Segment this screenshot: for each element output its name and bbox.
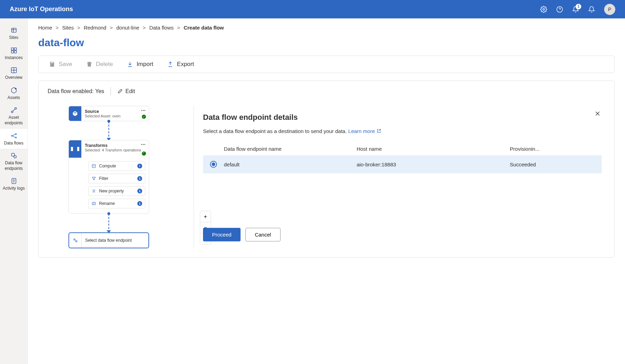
svg-rect-7 <box>14 48 16 50</box>
export-button[interactable]: Export <box>167 61 194 68</box>
app-header: Azure IoT Operations 1 P <box>0 0 625 18</box>
col-name: Data flow endpoint name <box>224 146 357 152</box>
sidebar-item-label: Data flows <box>4 141 23 146</box>
edit-button[interactable]: Edit <box>117 88 135 94</box>
breadcrumb: Home> Sites> Redmond> donut-line> Data f… <box>38 25 615 31</box>
learn-more-link[interactable]: Learn more <box>348 128 381 134</box>
table-row[interactable]: default aio-broker:18883 Succeeded <box>203 155 602 173</box>
source-subtitle: Selected Asset: oven <box>85 114 145 118</box>
app-title: Azure IoT Operations <box>10 6 540 13</box>
op-filter[interactable]: Filter 1 <box>88 174 145 183</box>
close-icon[interactable] <box>593 109 602 118</box>
details-panel: Data flow endpoint details Select a data… <box>194 106 605 248</box>
sidebar-item-data-flow-endpoints[interactable]: Data flow endpoints <box>0 149 27 174</box>
sidebar-item-sites[interactable]: Sites <box>0 23 27 43</box>
import-button[interactable]: Import <box>127 61 153 68</box>
svg-point-18 <box>15 137 16 138</box>
alert-count-badge: 1 <box>576 4 581 9</box>
save-label: Save <box>59 61 72 68</box>
flow-canvas: Source Selected Asset: oven ⋯ <box>48 106 194 248</box>
svg-rect-3 <box>11 28 16 32</box>
flow-header: Data flow enabled: Yes Edit <box>48 87 605 96</box>
source-node[interactable]: Source Selected Asset: oven ⋯ <box>68 106 149 121</box>
row-host: aio-broker:18883 <box>357 162 510 167</box>
svg-point-33 <box>74 239 75 240</box>
panel-description: Select a data flow endpoint as a destina… <box>203 128 602 134</box>
more-icon[interactable]: ⋯ <box>141 142 146 147</box>
transforms-node[interactable]: Transforms Selected: 4 Transform operati… <box>68 140 149 214</box>
svg-rect-27 <box>92 164 95 167</box>
main-content: Home> Sites> Redmond> donut-line> Data f… <box>28 18 625 364</box>
op-badge: i <box>137 164 142 168</box>
settings-icon[interactable] <box>540 6 547 13</box>
svg-point-34 <box>75 241 77 242</box>
sidebar-item-overview[interactable]: Overview <box>0 63 27 83</box>
check-icon <box>142 151 146 156</box>
cancel-button[interactable]: Cancel <box>245 228 281 241</box>
svg-point-17 <box>15 133 16 134</box>
breadcrumb-item[interactable]: Redmond <box>84 25 106 31</box>
more-icon[interactable]: ⋯ <box>141 108 146 113</box>
destination-label: Select data flow endpoint <box>82 233 135 248</box>
breadcrumb-item[interactable]: donut-line <box>116 25 139 31</box>
sidebar-item-asset-endpoints[interactable]: Asset endpoints <box>0 103 27 129</box>
svg-point-1 <box>557 6 563 12</box>
op-label: Compute <box>99 164 116 168</box>
endpoints-table: Data flow endpoint name Host name Provis… <box>203 142 602 173</box>
sidebar-item-label: Instances <box>5 55 23 61</box>
col-state: Provisionin... <box>510 146 602 152</box>
toolbar: Save Delete Import Export <box>38 56 615 73</box>
check-icon <box>142 115 146 119</box>
sidebar-item-label: Activity logs <box>3 186 25 191</box>
page-title: data-flow <box>38 37 615 49</box>
op-rename[interactable]: Rename 1 <box>88 199 145 208</box>
op-compute[interactable]: Compute i <box>88 161 145 171</box>
sidebar-item-instances[interactable]: Instances <box>0 43 27 64</box>
row-name: default <box>224 162 357 167</box>
op-label: Rename <box>99 201 115 206</box>
op-label: New property <box>99 189 124 193</box>
transforms-title: Transforms <box>85 143 145 148</box>
svg-rect-26 <box>77 147 79 151</box>
op-label: Filter <box>99 176 108 181</box>
import-label: Import <box>137 61 153 68</box>
table-header: Data flow endpoint name Host name Provis… <box>203 142 602 155</box>
delete-label: Delete <box>96 61 113 68</box>
header-icons: 1 P <box>540 4 615 15</box>
proceed-button[interactable]: Proceed <box>203 228 241 241</box>
sidebar: Sites Instances Overview Assets Asset en… <box>0 18 28 364</box>
op-new-property[interactable]: New property 1 <box>88 186 145 196</box>
breadcrumb-item[interactable]: Home <box>38 25 52 31</box>
panel-title: Data flow endpoint details <box>203 113 602 122</box>
divider <box>111 87 111 96</box>
panel-footer: Proceed Cancel <box>203 217 602 241</box>
export-label: Export <box>177 61 194 68</box>
sidebar-item-activity-logs[interactable]: Activity logs <box>0 174 27 194</box>
sidebar-item-label: Assets <box>7 95 20 101</box>
cube-icon <box>69 106 81 121</box>
save-button: Save <box>49 61 72 68</box>
svg-rect-25 <box>71 147 73 151</box>
svg-point-0 <box>543 8 545 10</box>
svg-point-16 <box>11 135 12 136</box>
notifications-icon[interactable] <box>588 6 595 13</box>
breadcrumb-item[interactable]: Data flows <box>149 25 173 31</box>
op-badge: 1 <box>137 201 142 206</box>
endpoint-icon <box>69 233 82 248</box>
sidebar-item-assets[interactable]: Assets <box>0 83 27 104</box>
row-state: Succeeded <box>510 162 602 167</box>
sidebar-item-label: Asset endpoints <box>1 115 26 126</box>
avatar[interactable]: P <box>604 4 615 15</box>
svg-point-15 <box>15 108 16 109</box>
col-host: Host name <box>357 146 510 152</box>
help-icon[interactable] <box>556 6 563 13</box>
alerts-icon[interactable]: 1 <box>572 6 579 13</box>
flow-enabled-label: Data flow enabled: Yes <box>48 88 104 94</box>
source-title: Source <box>85 109 145 114</box>
transform-icon <box>69 140 81 158</box>
sidebar-item-data-flows[interactable]: Data flows <box>0 129 27 149</box>
radio-button[interactable] <box>210 161 217 168</box>
svg-point-14 <box>11 111 13 113</box>
breadcrumb-item[interactable]: Sites <box>62 25 74 31</box>
destination-node[interactable]: Select data flow endpoint <box>68 232 149 248</box>
